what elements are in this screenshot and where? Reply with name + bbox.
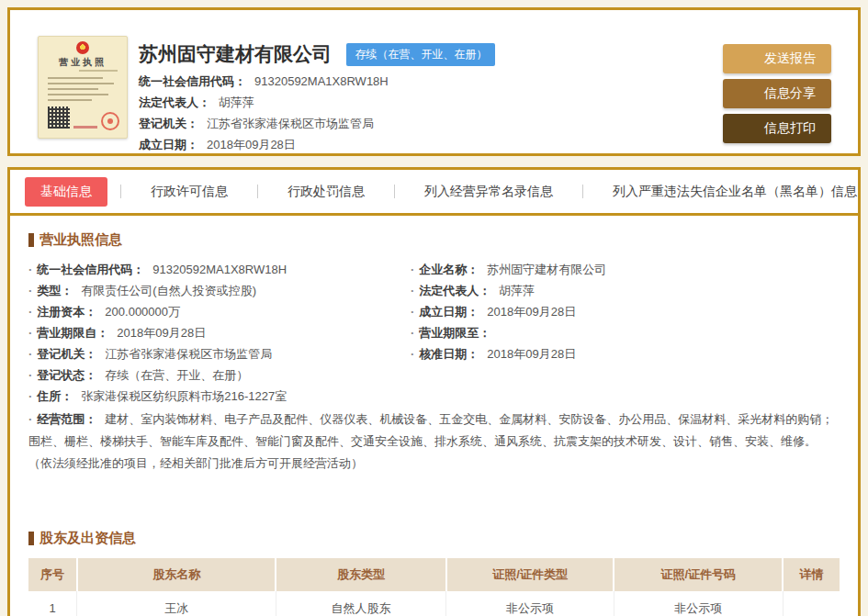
field-registration-status: 登记状态：存续（在营、开业、在册） xyxy=(28,366,411,385)
col-cert-type: 证照/证件类型 xyxy=(446,558,614,591)
national-emblem-icon xyxy=(76,41,89,54)
red-seal-icon xyxy=(101,112,119,130)
tab-admin-penalty[interactable]: 行政处罚信息 xyxy=(258,184,394,200)
tab-abnormal-list[interactable]: 列入经营异常名录信息 xyxy=(395,184,582,200)
field-approval-date: 核准日期：2018年09月28日 xyxy=(411,345,840,364)
basic-info-panel: 营业执照信息 统一社会信用代码：91320592MA1X8RW18H 类型：有限… xyxy=(10,216,858,616)
header-actions: 发送报告 信息分享 信息打印 xyxy=(723,44,831,143)
header-field-legal-rep: 法定代表人：胡萍萍 xyxy=(139,96,495,109)
qr-code-icon xyxy=(48,106,70,129)
header-field-credit-code: 统一社会信用代码：91320592MA1X8RW18H xyxy=(139,75,495,88)
field-address: 住所：张家港保税区纺织原料市场216-1227室 xyxy=(28,387,840,406)
header-field-established: 成立日期：2018年09月28日 xyxy=(139,139,495,151)
field-established-date: 成立日期：2018年09月28日 xyxy=(411,303,840,321)
col-cert-no: 证照/证件号码 xyxy=(614,558,783,591)
share-info-button[interactable]: 信息分享 xyxy=(723,79,831,108)
tab-admin-license[interactable]: 行政许可信息 xyxy=(121,184,257,200)
field-registry-authority: 登记机关：江苏省张家港保税区市场监管局 xyxy=(28,345,411,364)
print-info-button[interactable]: 信息打印 xyxy=(723,114,831,143)
table-header-row: 序号 股东名称 股东类型 证照/证件类型 证照/证件号码 详情 xyxy=(28,558,840,591)
send-report-button[interactable]: 发送报告 xyxy=(723,44,831,73)
shareholder-section: 股东及出资信息 序号 股东名称 股东类型 证照/证件类型 证照/证件号码 详情 xyxy=(28,530,840,616)
field-business-scope: 经营范围：建材、室内装饰材料、电子产品及配件、仪器仪表、机械设备、五金交电、金属… xyxy=(28,409,840,475)
tab-basic-info[interactable]: 基础信息 xyxy=(25,177,107,207)
field-registered-capital: 注册资本：200.000000万 xyxy=(28,303,411,321)
col-name: 股东名称 xyxy=(77,558,276,591)
field-legal-rep: 法定代表人：胡萍萍 xyxy=(411,282,840,300)
field-term-from: 营业期限自：2018年09月28日 xyxy=(28,324,411,342)
cell-seq: 1 xyxy=(28,591,77,616)
col-detail: 详情 xyxy=(783,558,840,591)
table-row: 1 王冰 自然人股东 非公示项 非公示项 xyxy=(28,591,840,616)
header-field-registry: 登记机关：江苏省张家港保税区市场监管局 xyxy=(139,118,495,130)
company-summary: 苏州固守建材有限公司 存续（在营、开业、在册） 统一社会信用代码：9132059… xyxy=(139,41,495,151)
license-detail-grid: 统一社会信用代码：91320592MA1X8RW18H 类型：有限责任公司(自然… xyxy=(28,261,840,387)
field-term-to: 营业期限至： xyxy=(411,324,840,342)
shareholder-section-title: 股东及出资信息 xyxy=(28,530,840,547)
cell-name: 王冰 xyxy=(77,591,276,616)
cell-cert-no: 非公示项 xyxy=(614,591,783,616)
detail-card: 基础信息 行政许可信息 行政处罚信息 列入经营异常名录信息 列入严重违法失信企业… xyxy=(7,167,861,616)
field-credit-code: 统一社会信用代码：91320592MA1X8RW18H xyxy=(28,261,411,279)
status-badge: 存续（在营、开业、在册） xyxy=(346,43,495,66)
tab-blacklist[interactable]: 列入严重违法失信企业名单（黑名单）信息 xyxy=(583,184,868,200)
col-type: 股东类型 xyxy=(276,558,445,591)
shareholder-table: 序号 股东名称 股东类型 证照/证件类型 证照/证件号码 详情 1 王冰 自然人… xyxy=(28,558,840,616)
field-company-type: 类型：有限责任公司(自然人投资或控股) xyxy=(28,282,411,300)
field-company-name: 企业名称：苏州固守建材有限公司 xyxy=(411,261,840,279)
company-header-card: 营业执照 苏州固守建材有限公司 存续（在营、开业、在册） 统一社会信用代码：91… xyxy=(7,7,861,156)
cell-type: 自然人股东 xyxy=(276,591,445,616)
license-section-title: 营业执照信息 xyxy=(28,231,840,249)
tab-bar: 基础信息 行政许可信息 行政处罚信息 列入经营异常名录信息 列入严重违法失信企业… xyxy=(10,170,858,216)
license-thumb-title: 营业执照 xyxy=(39,56,127,69)
cell-cert-type: 非公示项 xyxy=(446,591,614,616)
company-name: 苏州固守建材有限公司 xyxy=(139,41,332,67)
business-license-thumbnail: 营业执照 xyxy=(38,36,128,139)
cell-detail xyxy=(783,591,840,616)
col-seq: 序号 xyxy=(28,558,77,591)
